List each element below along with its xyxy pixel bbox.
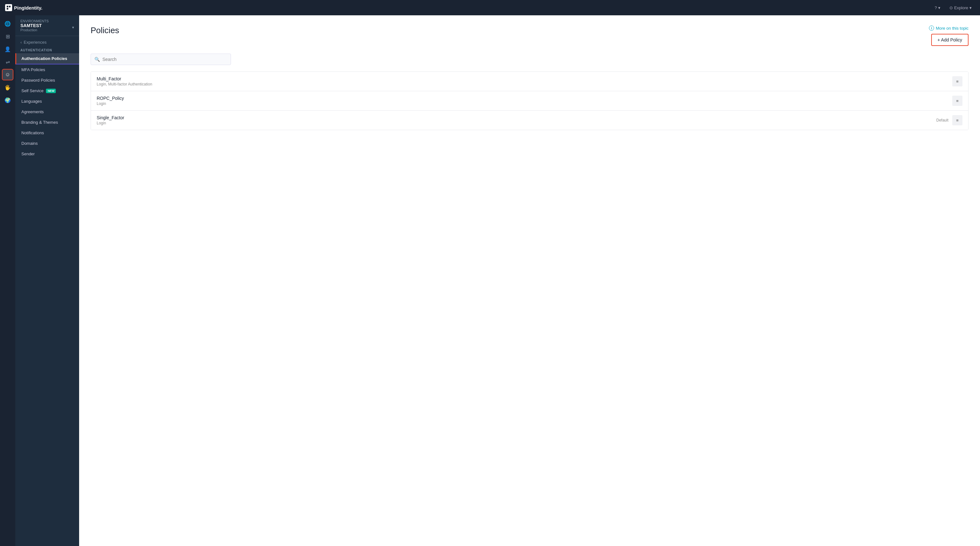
top-navbar: PingIdentity. ? ▾ ⊙ Explore ▾ — [0, 0, 980, 15]
svg-rect-1 — [9, 6, 11, 7]
more-on-topic-label: More on this topic — [935, 26, 969, 31]
sidebar-icon-connections[interactable]: ⇌ — [2, 56, 13, 68]
explore-button[interactable]: ⊙ Explore ▾ — [946, 3, 975, 12]
policy-desc: Login — [97, 102, 124, 106]
sidebar-icon-experiences[interactable]: ☺ — [2, 69, 13, 80]
mfa-policies-label: MFA Policies — [21, 67, 45, 72]
search-icon: 🔍 — [94, 57, 100, 62]
help-button[interactable]: ? ▾ — [932, 3, 943, 12]
add-policy-label: + Add Policy — [937, 37, 962, 43]
policy-actions-button[interactable]: ≡ — [952, 96, 963, 106]
main-content: Policies i More on this topic + Add Poli… — [79, 15, 980, 546]
sidebar-icon-users[interactable]: 👤 — [2, 43, 13, 55]
sender-label: Sender — [21, 151, 35, 156]
page-header: Policies i More on this topic + Add Poli… — [91, 25, 969, 46]
env-header: Environments SAMTEST Production ▾ — [15, 15, 79, 36]
table-row: Multi_Factor Login, Multi-factor Authent… — [91, 72, 968, 91]
filter-icon: ≡ — [956, 79, 959, 84]
svg-rect-0 — [7, 6, 8, 7]
info-icon: i — [929, 25, 934, 31]
policy-name: ROPC_Policy — [97, 96, 124, 101]
sidebar-item-agreements[interactable]: Agreements — [15, 106, 79, 117]
left-nav: Environments SAMTEST Production ▾ ‹ Expe… — [15, 15, 79, 546]
page-title: Policies — [91, 25, 119, 35]
sidebar-item-self-service[interactable]: Self Service NEW — [15, 86, 79, 96]
agreements-label: Agreements — [21, 110, 44, 114]
help-chevron: ▾ — [938, 5, 940, 10]
explore-chevron: ▾ — [969, 5, 972, 10]
languages-label: Languages — [21, 99, 42, 104]
sidebar-icon-dashboard[interactable]: ⊞ — [2, 31, 13, 42]
sidebar-item-domains[interactable]: Domains — [15, 138, 79, 149]
auth-policies-label: Authentication Policies — [21, 56, 67, 61]
env-subtitle: Production — [21, 28, 42, 32]
sidebar-item-notifications[interactable]: Notifications — [15, 128, 79, 138]
policy-row-right: ≡ — [952, 96, 963, 106]
env-name-row[interactable]: SAMTEST Production ▾ — [21, 23, 74, 32]
sidebar-item-branding-themes[interactable]: Branding & Themes — [15, 117, 79, 128]
sidebar-icon-security[interactable]: 🖐 — [2, 82, 13, 93]
svg-rect-2 — [7, 8, 8, 10]
help-icon: ? — [935, 5, 937, 10]
sidebar-icon-globe[interactable]: 🌐 — [2, 18, 13, 29]
default-badge: Default — [936, 118, 948, 122]
notifications-label: Notifications — [21, 130, 44, 135]
add-policy-button[interactable]: + Add Policy — [931, 34, 969, 46]
sidebar-item-password-policies[interactable]: Password Policies — [15, 75, 79, 86]
sidebar-item-auth-policies[interactable]: Authentication Policies — [15, 53, 79, 64]
policy-name: Multi_Factor — [97, 76, 152, 81]
more-on-topic-link[interactable]: i More on this topic — [929, 25, 969, 31]
filter-icon: ≡ — [956, 118, 959, 123]
back-nav[interactable]: ‹ Experiences — [15, 36, 79, 46]
table-row: ROPC_Policy Login ≡ — [91, 91, 968, 111]
explore-label: Explore — [954, 5, 968, 10]
icon-sidebar: 🌐 ⊞ 👤 ⇌ ☺ 🖐 🌍 — [0, 15, 15, 546]
navbar-right: ? ▾ ⊙ Explore ▾ — [932, 3, 975, 12]
logo-text: PingIdentity. — [14, 5, 43, 11]
sidebar-item-mfa-policies[interactable]: MFA Policies — [15, 64, 79, 75]
filter-icon: ≡ — [956, 98, 959, 103]
new-badge: NEW — [46, 89, 56, 93]
environments-label: Environments — [21, 19, 74, 23]
policy-row-right: Default ≡ — [936, 115, 963, 125]
env-name: SAMTEST — [21, 23, 42, 28]
back-arrow-icon: ‹ — [21, 40, 22, 44]
back-label: Experiences — [24, 40, 46, 44]
domains-label: Domains — [21, 141, 38, 146]
policy-name: Single_Factor — [97, 115, 124, 120]
main-layout: 🌐 ⊞ 👤 ⇌ ☺ 🖐 🌍 Environments SAMTEST Produ… — [0, 15, 980, 546]
policy-actions-button[interactable]: ≡ — [952, 76, 963, 86]
policy-info: ROPC_Policy Login — [97, 96, 124, 106]
sidebar-item-sender[interactable]: Sender — [15, 149, 79, 159]
policy-info: Single_Factor Login — [97, 115, 124, 125]
env-chevron-icon: ▾ — [72, 25, 74, 30]
password-policies-label: Password Policies — [21, 78, 55, 83]
logo-icon — [5, 4, 12, 11]
sidebar-icon-integrations[interactable]: 🌍 — [2, 94, 13, 106]
search-input[interactable] — [91, 54, 231, 65]
search-container: 🔍 — [91, 54, 231, 65]
explore-icon: ⊙ — [950, 5, 953, 10]
policy-actions-button[interactable]: ≡ — [952, 115, 963, 125]
policy-desc: Login, Multi-factor Authentication — [97, 82, 152, 86]
branding-themes-label: Branding & Themes — [21, 120, 58, 125]
navbar-left: PingIdentity. — [5, 4, 43, 11]
auth-section-label: AUTHENTICATION — [15, 46, 79, 53]
self-service-label: Self Service — [21, 88, 43, 93]
sidebar-item-languages[interactable]: Languages — [15, 96, 79, 106]
policy-desc: Login — [97, 121, 124, 125]
table-row: Single_Factor Login Default ≡ — [91, 111, 968, 130]
ping-logo[interactable]: PingIdentity. — [5, 4, 43, 11]
policy-info: Multi_Factor Login, Multi-factor Authent… — [97, 76, 152, 86]
policy-row-right: ≡ — [952, 76, 963, 86]
header-right: i More on this topic + Add Policy — [929, 25, 969, 46]
policy-list: Multi_Factor Login, Multi-factor Authent… — [91, 71, 969, 130]
